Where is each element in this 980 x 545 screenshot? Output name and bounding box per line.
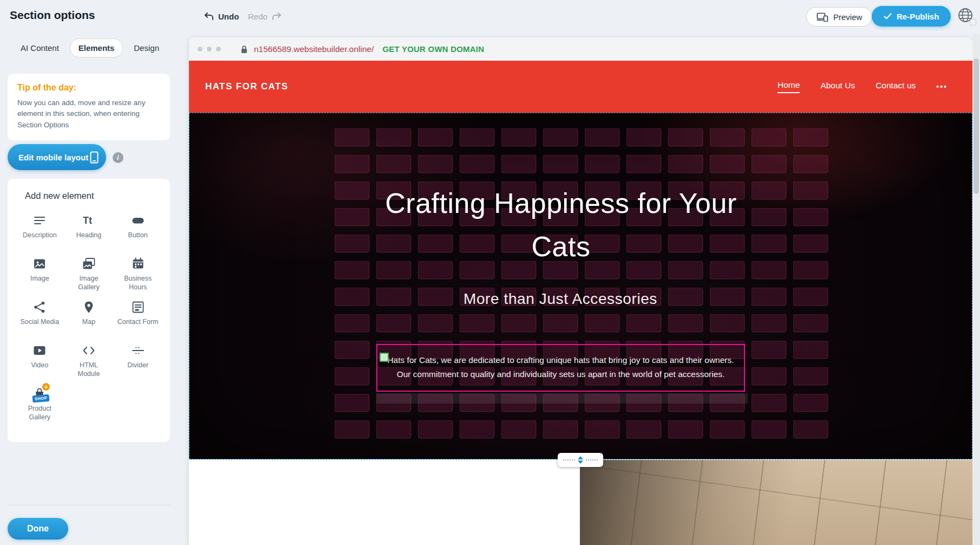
vertical-scrollbar[interactable]: [972, 34, 980, 545]
share-icon: [32, 300, 47, 315]
window-dot: [207, 47, 212, 51]
element-label: Social Media: [21, 318, 60, 327]
element-label: Image: [30, 275, 49, 283]
next-section: [189, 460, 972, 545]
element-label: Description: [23, 231, 57, 240]
resize-dash: [563, 459, 575, 460]
site-nav: Home About Us Contact us •••: [778, 80, 972, 93]
edit-mobile-label: Edit mobile layout: [18, 153, 88, 162]
tab-elements[interactable]: Elements: [70, 38, 123, 57]
element-grid: Description Tt Heading Button: [15, 211, 162, 427]
panel-tabs: AI Content Elements Design: [12, 38, 168, 57]
hero-heading[interactable]: Crafting Happiness for Your Cats: [376, 181, 746, 268]
shop-badge: SHOP: [32, 394, 50, 403]
done-button[interactable]: Done: [8, 518, 68, 540]
preview-button[interactable]: Preview: [806, 7, 872, 27]
site-logo[interactable]: HATS FOR CATS: [205, 81, 289, 92]
business-hours-icon: [130, 256, 146, 271]
redo-icon: [271, 12, 282, 21]
product-gallery-icon: + SHOP: [31, 386, 48, 401]
element-label: Heading: [76, 231, 102, 240]
page-title: Section options: [10, 9, 95, 22]
selected-text-element[interactable]: Hats for Cats, we are dedicated to craft…: [376, 344, 745, 392]
element-drag-handle[interactable]: [380, 353, 389, 362]
element-heading[interactable]: Tt Heading: [64, 211, 114, 254]
image-icon: [32, 256, 47, 271]
undo-icon: [204, 12, 214, 21]
element-placeholder-bar: [376, 393, 748, 404]
divider-icon: [130, 343, 146, 358]
element-contact-form[interactable]: Contact Form: [113, 297, 162, 341]
button-icon: [130, 213, 146, 228]
element-divider[interactable]: Divider: [113, 341, 162, 384]
info-icon[interactable]: i: [113, 152, 123, 163]
scrollbar-thumb[interactable]: [974, 59, 979, 194]
element-image[interactable]: Image: [15, 254, 64, 297]
element-label: Image Gallery: [68, 275, 109, 291]
preview-label: Preview: [833, 12, 862, 22]
code-icon: [81, 343, 96, 358]
app: Section options Undo Redo Preview Re-Pub…: [0, 0, 980, 545]
republish-button[interactable]: Re-Publish: [872, 6, 951, 27]
element-label: Product Gallery: [19, 405, 60, 421]
map-pin-icon: [81, 300, 96, 315]
element-label: Video: [31, 361, 48, 370]
element-business-hours[interactable]: Business Hours: [113, 254, 162, 297]
element-label: Contact Form: [117, 318, 159, 327]
element-image-gallery[interactable]: Image Gallery: [64, 254, 114, 297]
svg-text:Tt: Tt: [83, 215, 92, 226]
check-icon: [884, 13, 892, 20]
nav-more-button[interactable]: •••: [936, 82, 948, 91]
text-lines-icon: [32, 213, 47, 228]
tip-of-the-day-card: Tip of the day: Now you can add, move an…: [8, 74, 170, 140]
element-label: Button: [128, 231, 148, 240]
tab-design[interactable]: Design: [125, 38, 168, 57]
phone-icon: [90, 151, 99, 164]
tiled-floor-photo: [580, 460, 972, 545]
sidebar-divider: [8, 505, 170, 505]
site-header: HATS FOR CATS Home About Us Contact us •…: [189, 61, 972, 113]
add-element-title: Add new element: [15, 191, 162, 201]
element-label: Business Hours: [117, 275, 159, 291]
tab-ai-content[interactable]: AI Content: [12, 38, 68, 57]
section-resize-handle[interactable]: [558, 453, 603, 467]
element-button[interactable]: Button: [113, 211, 162, 254]
devices-icon: [816, 12, 828, 22]
tip-body: Now you can add, move and resize any ele…: [17, 98, 157, 131]
element-map[interactable]: Map: [64, 297, 114, 341]
hero-paragraph[interactable]: Hats for Cats, we are dedicated to craft…: [377, 345, 744, 381]
site-preview-window: n1566589.websitebuilder.online/ GET YOUR…: [189, 37, 972, 545]
element-video[interactable]: Video: [15, 341, 64, 384]
hero-section-selected[interactable]: Crafting Happiness for Your Cats More th…: [189, 113, 972, 459]
redo-button[interactable]: Redo: [248, 10, 282, 23]
nav-item-about[interactable]: About Us: [820, 81, 855, 93]
browser-chrome: n1566589.websitebuilder.online/ GET YOUR…: [189, 37, 972, 61]
contact-form-icon: [130, 300, 146, 315]
nav-item-home[interactable]: Home: [778, 80, 800, 93]
element-description[interactable]: Description: [15, 211, 64, 254]
resize-arrows-icon: [578, 456, 583, 464]
plus-badge: +: [42, 383, 50, 391]
element-html-module[interactable]: HTML Module: [64, 341, 114, 384]
tip-title: Tip of the day:: [17, 83, 160, 93]
undo-button[interactable]: Undo: [204, 10, 239, 23]
redo-label: Redo: [248, 12, 267, 21]
republish-label: Re-Publish: [897, 12, 939, 21]
element-label: Map: [82, 318, 95, 327]
window-dot: [216, 47, 221, 51]
language-globe-button[interactable]: [957, 7, 975, 24]
undo-label: Undo: [218, 12, 239, 21]
edit-mobile-layout-button[interactable]: Edit mobile layout: [8, 144, 106, 170]
element-social-media[interactable]: Social Media: [15, 297, 64, 341]
lock-icon: [240, 45, 248, 54]
image-gallery-icon: [81, 256, 96, 271]
globe-badge: [970, 19, 976, 25]
site-url[interactable]: n1566589.websitebuilder.online/: [254, 44, 374, 54]
nav-item-contact[interactable]: Contact us: [876, 81, 916, 93]
add-element-panel: Add new element Description Tt Heading: [8, 179, 170, 442]
element-label: Divider: [127, 361, 148, 370]
resize-dash: [586, 459, 598, 460]
get-domain-link[interactable]: GET YOUR OWN DOMAIN: [382, 44, 484, 54]
element-product-gallery[interactable]: + SHOP Product Gallery: [15, 384, 64, 427]
hero-subheading[interactable]: More than Just Accessories: [344, 290, 777, 308]
